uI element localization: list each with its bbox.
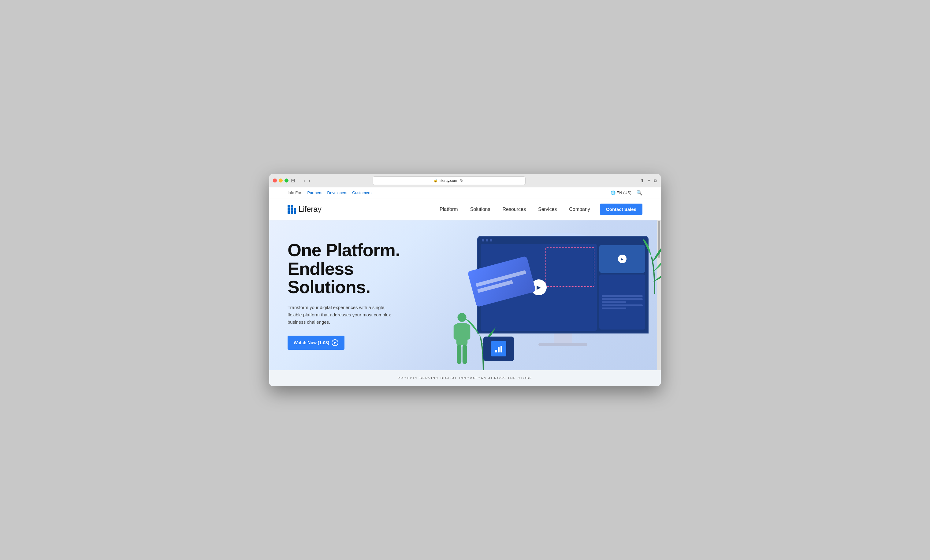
- svg-rect-3: [465, 324, 470, 340]
- monitor-dots: [478, 236, 648, 244]
- svg-rect-4: [457, 345, 462, 364]
- text-line-short: [602, 307, 626, 309]
- browser-nav: ‹ ›: [302, 177, 311, 184]
- text-line: [602, 304, 643, 306]
- dashed-selection-rect: [545, 247, 594, 287]
- monitor-dot: [490, 239, 492, 241]
- svg-rect-6: [495, 350, 497, 353]
- monitor-stand-neck: [554, 333, 572, 343]
- hero-section: One Platform. Endless Solutions. Transfo…: [269, 220, 661, 370]
- logo-text: Liferay: [299, 204, 322, 214]
- hero-content: One Platform. Endless Solutions. Transfo…: [269, 222, 422, 368]
- browser-actions: ⬆ ＋ ⧉: [640, 178, 657, 183]
- globe-icon: 🌐: [611, 190, 616, 195]
- browser-window: ⊞ ‹ › 🔒 liferay.com ↻ ⬆ ＋ ⧉ Info For: Pa…: [269, 174, 661, 386]
- contact-sales-button[interactable]: Contact Sales: [600, 204, 642, 215]
- info-bar: Info For: Partners Developers Customers …: [269, 187, 661, 198]
- search-button[interactable]: 🔍: [636, 190, 642, 196]
- hero-subtitle: Transform your digital experiences with …: [288, 304, 398, 326]
- play-circle-icon: ▶: [332, 339, 338, 346]
- watch-now-button[interactable]: Watch Now (1:08) ▶: [288, 336, 345, 350]
- customers-link[interactable]: Customers: [352, 190, 371, 195]
- sidebar-video-thumb: ▶: [599, 245, 645, 273]
- resources-nav-link[interactable]: Resources: [497, 204, 530, 215]
- tabs-button[interactable]: ⧉: [654, 178, 657, 183]
- sidebar-toggle-button[interactable]: ⊞: [291, 178, 295, 183]
- sidebar-play-button[interactable]: ▶: [618, 255, 627, 263]
- platform-nav-link[interactable]: Platform: [435, 204, 463, 215]
- dark-box-inner-icon: [491, 341, 506, 356]
- hero-title: One Platform. Endless Solutions.: [288, 241, 404, 297]
- logo-cell: [288, 211, 290, 214]
- forward-button[interactable]: ›: [308, 177, 311, 184]
- new-tab-button[interactable]: ＋: [647, 178, 651, 183]
- person-figure: [450, 309, 474, 370]
- plant-right: [642, 233, 661, 294]
- reload-button[interactable]: ↻: [459, 177, 464, 184]
- solutions-nav-link[interactable]: Solutions: [465, 204, 495, 215]
- hero-title-line2: Endless Solutions.: [288, 259, 370, 297]
- svg-point-0: [457, 313, 466, 322]
- lang-text: EN (US): [617, 190, 631, 195]
- watch-now-label: Watch Now (1:08): [294, 340, 329, 345]
- info-bar-right: 🌐 EN (US) 🔍: [611, 190, 642, 196]
- address-bar[interactable]: 🔒 liferay.com ↻: [373, 176, 525, 185]
- main-nav: Liferay Platform Solutions Resources Ser…: [269, 198, 661, 220]
- sidebar-text-panel: [599, 275, 645, 330]
- text-line: [602, 295, 643, 297]
- developers-link[interactable]: Developers: [327, 190, 348, 195]
- logo-cell-empty: [294, 205, 296, 207]
- svg-rect-7: [498, 347, 500, 353]
- logo-grid-icon: [288, 205, 296, 214]
- logo-cell: [288, 205, 290, 207]
- logo-cell: [291, 211, 293, 214]
- url-text: liferay.com: [440, 178, 457, 183]
- info-bar-left: Info For: Partners Developers Customers: [288, 190, 371, 195]
- logo-link[interactable]: Liferay: [288, 204, 322, 214]
- close-button[interactable]: [273, 178, 277, 183]
- services-nav-link[interactable]: Services: [533, 204, 562, 215]
- back-button[interactable]: ‹: [302, 177, 306, 184]
- text-line: [602, 298, 643, 300]
- traffic-lights: [273, 178, 288, 183]
- nav-links: Platform Solutions Resources Services Co…: [435, 204, 642, 215]
- footer-tagline: PROUDLY SERVING DIGITAL INNOVATORS ACROS…: [269, 370, 661, 386]
- monitor-dot: [482, 239, 484, 241]
- monitor-stand-base: [539, 343, 587, 346]
- hero-title-line1: One Platform.: [288, 240, 400, 260]
- partners-link[interactable]: Partners: [307, 190, 322, 195]
- text-line-short: [602, 301, 626, 303]
- svg-rect-8: [500, 346, 502, 353]
- website: Info For: Partners Developers Customers …: [269, 187, 661, 386]
- logo-cell: [291, 208, 293, 210]
- monitor-dot: [486, 239, 488, 241]
- floating-dark-box: [483, 336, 514, 361]
- language-button[interactable]: 🌐 EN (US): [611, 190, 631, 195]
- maximize-button[interactable]: [285, 178, 288, 183]
- logo-cell: [294, 211, 296, 214]
- company-nav-link[interactable]: Company: [564, 204, 595, 215]
- browser-titlebar: ⊞ ‹ › 🔒 liferay.com ↻ ⬆ ＋ ⧉: [269, 174, 661, 187]
- minimize-button[interactable]: [279, 178, 283, 183]
- info-for-label: Info For:: [288, 190, 302, 195]
- logo-cell: [294, 208, 296, 210]
- tagline-text: PROUDLY SERVING DIGITAL INNOVATORS ACROS…: [398, 376, 532, 380]
- svg-rect-2: [454, 324, 459, 340]
- lock-icon: 🔒: [434, 178, 438, 183]
- svg-rect-5: [463, 345, 467, 364]
- monitor-sidebar: ▶: [599, 244, 645, 331]
- share-button[interactable]: ⬆: [640, 178, 644, 183]
- hero-illustration: ▶ ▶: [447, 227, 661, 370]
- chart-icon: [494, 344, 503, 353]
- search-icon: 🔍: [636, 190, 642, 195]
- logo-cell: [288, 208, 290, 210]
- logo-cell: [291, 205, 293, 207]
